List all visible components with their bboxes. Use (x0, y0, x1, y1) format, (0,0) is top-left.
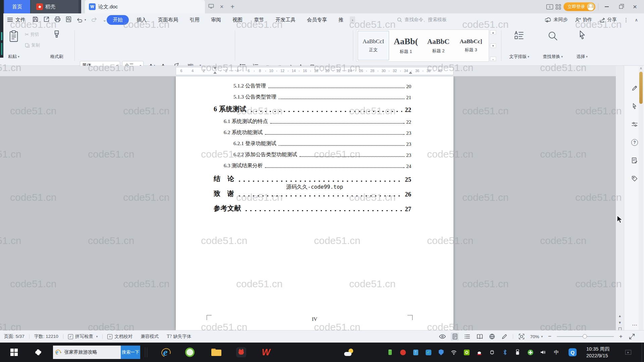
scroll-up-icon[interactable]: ∧ (639, 66, 643, 70)
find-replace-button[interactable]: 查找替换▾ (537, 29, 568, 61)
sync-status[interactable]: 未同步 (543, 17, 570, 23)
style-card-标题 1[interactable]: AaBb(标题 1 (390, 31, 422, 60)
menu-item-引用[interactable]: 引用 (184, 13, 205, 26)
edit-pen-icon[interactable] (630, 84, 639, 93)
zoom-slider[interactable] (557, 336, 614, 337)
taskbar-search-box[interactable]: e ▴ 张家界旅游攻略 搜索一下 (53, 346, 140, 359)
file-menu-button[interactable]: 文件 (7, 13, 25, 26)
toc-entry[interactable]: 5.1.3 公告类型管理21 (233, 94, 411, 101)
fullscreen-icon[interactable] (628, 333, 636, 341)
side-scroll-track[interactable] (639, 66, 643, 343)
styles-scroll-up-icon[interactable]: ▴ (490, 30, 496, 35)
restore-button[interactable] (615, 2, 627, 11)
toc-entry[interactable]: 结 论25 (214, 174, 411, 183)
collaborate-button[interactable]: 协作 (573, 17, 594, 23)
menu-item-审阅[interactable]: 审阅 (205, 13, 227, 26)
outline-view-icon[interactable] (463, 333, 471, 341)
bluetooth-icon[interactable] (500, 343, 510, 362)
read-mode-icon[interactable] (476, 333, 484, 341)
app-grid-icon[interactable] (556, 4, 561, 9)
shield-icon[interactable] (436, 343, 446, 362)
menu-overflow-icon[interactable]: › (350, 16, 355, 23)
menu-item-推[interactable]: 推 (333, 13, 349, 26)
help-icon[interactable]: ? (630, 138, 639, 147)
ime-indicator[interactable]: 中 (551, 343, 561, 362)
green-browser-icon[interactable] (182, 343, 198, 362)
ink-icon[interactable] (500, 333, 508, 341)
menu-item-会员专享[interactable]: 会员专享 (301, 13, 333, 26)
panel-more-icon[interactable]: ⋯ (630, 320, 639, 329)
undo-button[interactable]: ▾ (76, 17, 86, 23)
right-indent-marker[interactable] (409, 71, 412, 74)
page-view-icon[interactable] (451, 333, 459, 341)
search-q-icon[interactable]: Q (567, 343, 578, 362)
toc-entry[interactable]: 6.1 系统测试的特点22 (224, 118, 411, 125)
previous-page-icon[interactable]: ▲ (618, 314, 622, 318)
page-indicator[interactable]: 页面: 5/37 (4, 334, 24, 340)
paste-button[interactable]: 粘贴▾ (5, 29, 22, 61)
toc-entry[interactable]: 6.2 系统功能测试23 (224, 129, 411, 136)
tab-document[interactable]: W 论文.doc (85, 0, 205, 13)
undo-dropdown-icon[interactable]: ▾ (85, 18, 86, 21)
styles-more-icon[interactable]: ⌄ (490, 57, 496, 61)
power-plug-icon[interactable] (487, 343, 497, 362)
text-layout-button[interactable]: 文字排版▾ (505, 29, 533, 61)
toc-entry[interactable]: 6 系统测试22 (214, 105, 411, 114)
tab-home[interactable]: 首页 (4, 0, 30, 13)
scrollbar-thumb[interactable] (639, 72, 643, 104)
left-indent-marker[interactable] (213, 71, 217, 74)
print-icon[interactable] (54, 16, 61, 24)
print-preview-icon[interactable] (65, 16, 72, 24)
styles-scroll-down-icon[interactable]: ▾ (490, 44, 496, 48)
redo-button[interactable] (91, 16, 97, 23)
taskbar-search-input[interactable]: 张家界旅游攻略 (62, 349, 121, 355)
zoom-in-icon[interactable]: + (618, 333, 624, 340)
weather-icon[interactable] (343, 343, 355, 362)
toc-entry[interactable]: 5.1.2 公告管理20 (233, 82, 411, 89)
toc-entry[interactable]: 6.2.2 添加公告类型功能测试23 (233, 151, 411, 158)
collapse-ribbon-icon[interactable]: ∧ (633, 17, 639, 22)
show-desktop-button[interactable] (642, 343, 644, 362)
adjust-slider-icon[interactable] (630, 120, 639, 129)
battery-icon[interactable] (385, 343, 395, 362)
document-page[interactable]: 5.1.2 公告管理205.1.3 公告类型管理216 系统测试226.1 系统… (176, 76, 453, 330)
missing-font-warning[interactable]: T? 缺失字体 (167, 334, 191, 340)
qq-icon[interactable] (474, 343, 484, 362)
cut-button[interactable]: ✂剪切 (25, 32, 39, 38)
new-tab-icon[interactable]: + (228, 3, 237, 11)
minimize-button[interactable] (601, 2, 612, 11)
menu-item-开始[interactable]: 开始 (107, 15, 129, 25)
login-button[interactable]: 立即登录 (564, 2, 595, 11)
taskbar-clock[interactable]: 10:35 周四 2022/9/15 (586, 346, 620, 359)
wifi-icon[interactable] (449, 343, 459, 362)
document-scrollbar[interactable]: ▲ ▼ ⋯ (616, 66, 624, 343)
toc-entry[interactable]: 6.3 测试结果分析24 (224, 162, 411, 169)
gpu-icon[interactable] (462, 343, 472, 362)
tag-icon[interactable] (630, 174, 639, 183)
monitor-icon[interactable] (207, 4, 215, 10)
window-switch-icon[interactable]: 1 (546, 4, 553, 9)
media-popup-icon[interactable]: ▸ (623, 343, 633, 362)
menu-item-插入[interactable]: 插入 (131, 13, 152, 26)
zoom-level[interactable]: 70% ▾ (530, 334, 543, 339)
word-count[interactable]: 字数: 12210 (34, 334, 58, 340)
speaker-icon[interactable] (538, 343, 548, 362)
proofing-toggle[interactable]: × 文档校对 (107, 334, 132, 340)
menu-item-视图[interactable]: 视图 (227, 13, 248, 26)
cat-app-icon[interactable] (233, 343, 249, 362)
usb-device-icon[interactable]: ᛉ (411, 343, 421, 362)
eye-protect-icon[interactable] (438, 333, 446, 341)
style-card-标题 3[interactable]: AaBbCc]标题 3 (455, 31, 487, 60)
compatibility-mode[interactable]: 兼容模式 (141, 334, 159, 340)
tab-close-icon[interactable]: × (217, 3, 226, 10)
style-card-正文[interactable]: AaBbCcI正文 (358, 31, 389, 60)
pinwheel-app-icon[interactable] (31, 343, 46, 362)
ie-browser-icon[interactable]: e (158, 343, 173, 362)
document-canvas[interactable]: 5.1.2 公告管理205.1.3 公告类型管理216 系统测试226.1 系统… (0, 76, 616, 330)
customize-qat-icon[interactable]: ⌄ (103, 17, 107, 22)
copy-button[interactable]: 复制 (25, 42, 40, 48)
proofread-doc-icon[interactable] (630, 156, 639, 165)
fit-page-icon[interactable] (518, 333, 526, 341)
taskbar-search-button[interactable]: 搜索一下 (121, 346, 140, 359)
tab-docer[interactable]: 稻壳 (31, 0, 78, 13)
